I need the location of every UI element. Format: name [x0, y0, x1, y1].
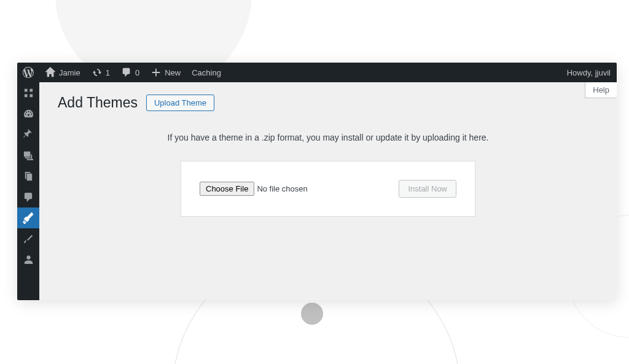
site-name-label: Jamie: [59, 68, 80, 77]
dashboard-icon: [23, 108, 34, 120]
comment-icon: [23, 192, 34, 203]
wordpress-icon: [23, 67, 34, 78]
plus-icon: [150, 67, 162, 78]
howdy-text: Howdy, jjuvil: [567, 68, 611, 77]
content-area: Help Add Themes Upload Theme If you have…: [39, 82, 617, 300]
decorative-dot: [301, 303, 323, 325]
choose-file-button[interactable]: Choose File: [200, 182, 254, 196]
sidebar-item-users[interactable]: [17, 249, 39, 270]
updates-menu[interactable]: 1: [86, 63, 115, 82]
brush-icon: [23, 212, 34, 224]
user-icon: [23, 254, 34, 266]
sidebar-item-comments[interactable]: [17, 187, 39, 207]
site-name-menu[interactable]: Jamie: [39, 63, 86, 82]
grid-icon: [23, 87, 34, 99]
caching-menu[interactable]: Caching: [186, 63, 227, 82]
wp-admin-window: Jamie 1 0 New Caching Howdy, jjuvil: [17, 63, 617, 300]
upload-theme-button[interactable]: Upload Theme: [146, 95, 214, 111]
sidebar-item-dashboard-grid[interactable]: [17, 82, 39, 103]
admin-sidebar: [17, 82, 39, 300]
sidebar-item-pages[interactable]: [17, 166, 39, 187]
wp-logo-menu[interactable]: [17, 63, 39, 82]
media-icon: [23, 150, 34, 161]
sidebar-item-dashboard[interactable]: [17, 103, 39, 124]
help-tab[interactable]: Help: [585, 82, 617, 98]
upload-instruction: If you have a theme in a .zip format, yo…: [58, 133, 598, 142]
sidebar-item-posts[interactable]: [17, 124, 39, 145]
updates-count: 1: [106, 68, 110, 77]
page-title: Add Themes: [58, 95, 138, 111]
sidebar-item-plugins[interactable]: [17, 228, 39, 249]
home-icon: [45, 67, 56, 78]
pin-icon: [23, 129, 34, 141]
new-content-menu[interactable]: New: [145, 63, 186, 82]
caching-label: Caching: [192, 68, 221, 77]
plug-icon: [23, 233, 34, 245]
sidebar-item-appearance[interactable]: [17, 207, 39, 228]
refresh-icon: [92, 67, 103, 78]
new-label: New: [165, 68, 181, 77]
sidebar-item-media[interactable]: [17, 145, 39, 166]
comments-count: 0: [135, 68, 139, 77]
comment-icon: [121, 67, 132, 78]
comments-menu[interactable]: 0: [115, 63, 145, 82]
pages-icon: [23, 171, 34, 182]
account-menu[interactable]: Howdy, jjuvil: [561, 63, 617, 82]
install-now-button[interactable]: Install Now: [399, 180, 456, 198]
upload-form: Choose File No file chosen Install Now: [181, 161, 475, 217]
file-chosen-status: No file chosen: [257, 184, 307, 193]
admin-toolbar: Jamie 1 0 New Caching Howdy, jjuvil: [17, 63, 617, 82]
